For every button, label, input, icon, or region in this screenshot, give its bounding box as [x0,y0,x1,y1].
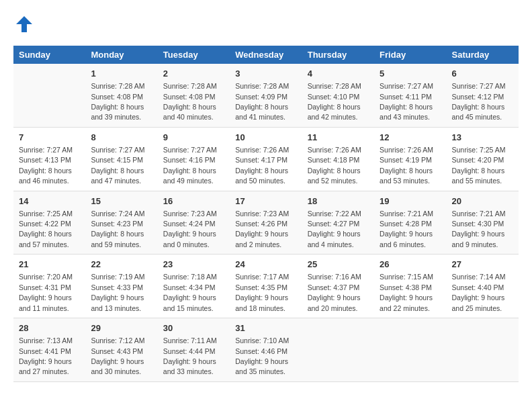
sunrise-time: Sunrise: 7:14 AM [452,273,506,281]
calendar-row: 7Sunrise: 7:27 AMSunset: 4:13 PMDaylight… [13,127,519,191]
sunrise-time: Sunrise: 7:18 AM [163,273,217,281]
sunrise-time: Sunrise: 7:21 AM [380,210,433,218]
calendar-row: 1Sunrise: 7:28 AMSunset: 4:08 PMDaylight… [13,64,519,127]
calendar-table: SundayMondayTuesdayWednesdayThursdayFrid… [13,46,519,382]
daylight-hours: Daylight: 9 hours and 20 minutes. [308,293,361,312]
day-number: 14 [19,195,80,208]
daylight-hours: Daylight: 8 hours and 45 minutes. [452,103,505,121]
sunrise-time: Sunrise: 7:26 AM [235,146,289,154]
calendar-cell: 22Sunrise: 7:19 AMSunset: 4:33 PMDayligh… [85,255,157,318]
sunset-time: Sunset: 4:12 PM [452,93,504,101]
calendar-cell: 18Sunrise: 7:22 AMSunset: 4:27 PMDayligh… [302,191,374,255]
sunset-time: Sunset: 4:41 PM [19,347,71,355]
calendar-cell: 25Sunrise: 7:16 AMSunset: 4:37 PMDayligh… [302,255,374,318]
day-number: 2 [163,68,224,80]
sunrise-time: Sunrise: 7:28 AM [91,82,144,90]
sunrise-time: Sunrise: 7:20 AM [19,273,73,281]
daylight-hours: Daylight: 9 hours and 11 minutes. [19,293,72,312]
calendar-cell: 9Sunrise: 7:27 AMSunset: 4:16 PMDaylight… [158,127,230,191]
calendar-row: 21Sunrise: 7:20 AMSunset: 4:31 PMDayligh… [13,255,519,318]
column-header-sunday: Sunday [13,46,85,64]
calendar-cell: 10Sunrise: 7:26 AMSunset: 4:17 PMDayligh… [230,127,302,191]
day-number: 18 [308,195,369,208]
day-number: 26 [380,259,441,271]
daylight-hours: Daylight: 8 hours and 46 minutes. [19,167,72,185]
sunrise-time: Sunrise: 7:27 AM [163,146,217,154]
day-number: 25 [308,259,369,271]
day-number: 6 [452,68,513,80]
sunrise-time: Sunrise: 7:28 AM [235,82,289,90]
daylight-hours: Daylight: 8 hours and 53 minutes. [380,167,433,185]
day-number: 15 [91,195,152,208]
sunset-time: Sunset: 4:22 PM [19,220,71,228]
daylight-hours: Daylight: 8 hours and 41 minutes. [235,103,288,121]
day-number: 22 [91,259,152,271]
day-number: 13 [452,132,513,144]
day-number: 12 [380,132,441,144]
calendar-cell: 13Sunrise: 7:25 AMSunset: 4:20 PMDayligh… [447,127,519,191]
daylight-hours: Daylight: 8 hours and 57 minutes. [19,230,72,248]
sunset-time: Sunset: 4:20 PM [452,156,504,164]
sunset-time: Sunset: 4:46 PM [235,347,287,355]
sunrise-time: Sunrise: 7:16 AM [308,273,361,281]
calendar-header: SundayMondayTuesdayWednesdayThursdayFrid… [13,46,519,64]
day-number: 5 [380,68,441,80]
day-number: 29 [91,322,152,334]
sunrise-time: Sunrise: 7:26 AM [380,146,433,154]
sunrise-time: Sunrise: 7:21 AM [452,210,506,218]
sunset-time: Sunset: 4:37 PM [308,283,360,291]
calendar-cell: 15Sunrise: 7:24 AMSunset: 4:23 PMDayligh… [85,191,157,255]
daylight-hours: Daylight: 9 hours and 0 minutes. [163,230,216,248]
calendar-cell: 20Sunrise: 7:21 AMSunset: 4:30 PMDayligh… [447,191,519,255]
calendar-cell [447,318,519,382]
calendar-cell: 1Sunrise: 7:28 AMSunset: 4:08 PMDaylight… [85,64,157,127]
day-number: 31 [235,322,296,334]
sunrise-time: Sunrise: 7:24 AM [91,210,144,218]
daylight-hours: Daylight: 8 hours and 59 minutes. [91,230,144,248]
daylight-hours: Daylight: 8 hours and 43 minutes. [380,103,433,121]
column-header-tuesday: Tuesday [158,46,230,64]
sunset-time: Sunset: 4:44 PM [163,347,216,355]
day-number: 24 [235,259,296,271]
daylight-hours: Daylight: 9 hours and 35 minutes. [235,357,288,375]
calendar-cell: 5Sunrise: 7:27 AMSunset: 4:11 PMDaylight… [374,64,446,127]
sunset-time: Sunset: 4:43 PM [91,347,143,355]
day-number: 23 [163,259,224,271]
calendar-cell: 24Sunrise: 7:17 AMSunset: 4:35 PMDayligh… [230,255,302,318]
sunset-time: Sunset: 4:40 PM [452,283,504,291]
sunrise-time: Sunrise: 7:23 AM [163,210,217,218]
calendar-cell: 31Sunrise: 7:10 AMSunset: 4:46 PMDayligh… [230,318,302,382]
calendar-cell: 8Sunrise: 7:27 AMSunset: 4:15 PMDaylight… [85,127,157,191]
daylight-hours: Daylight: 9 hours and 13 minutes. [91,293,144,312]
sunrise-time: Sunrise: 7:10 AM [235,336,289,345]
sunset-time: Sunset: 4:08 PM [163,93,216,101]
day-number: 11 [308,132,369,144]
logo [13,13,38,35]
column-header-friday: Friday [374,46,446,64]
daylight-hours: Daylight: 9 hours and 4 minutes. [308,230,361,248]
calendar-cell: 23Sunrise: 7:18 AMSunset: 4:34 PMDayligh… [158,255,230,318]
calendar-cell [302,318,374,382]
calendar-cell: 27Sunrise: 7:14 AMSunset: 4:40 PMDayligh… [447,255,519,318]
day-number: 21 [19,259,80,271]
sunrise-time: Sunrise: 7:26 AM [308,146,361,154]
day-number: 1 [91,68,152,80]
logo-icon [13,13,35,35]
calendar-cell: 6Sunrise: 7:27 AMSunset: 4:12 PMDaylight… [447,64,519,127]
calendar-cell: 16Sunrise: 7:23 AMSunset: 4:24 PMDayligh… [158,191,230,255]
daylight-hours: Daylight: 8 hours and 49 minutes. [163,167,216,185]
svg-marker-0 [16,16,32,32]
daylight-hours: Daylight: 9 hours and 30 minutes. [91,357,144,375]
column-header-saturday: Saturday [447,46,519,64]
calendar-cell: 28Sunrise: 7:13 AMSunset: 4:41 PMDayligh… [13,318,85,382]
sunset-time: Sunset: 4:24 PM [163,220,216,228]
calendar-cell: 12Sunrise: 7:26 AMSunset: 4:19 PMDayligh… [374,127,446,191]
day-number: 4 [308,68,369,80]
sunrise-time: Sunrise: 7:28 AM [163,82,217,90]
page-header [13,13,519,35]
daylight-hours: Daylight: 8 hours and 52 minutes. [308,167,361,185]
sunset-time: Sunset: 4:31 PM [19,283,71,291]
daylight-hours: Daylight: 9 hours and 22 minutes. [380,293,433,312]
sunset-time: Sunset: 4:13 PM [19,156,71,164]
daylight-hours: Daylight: 9 hours and 15 minutes. [163,293,216,312]
